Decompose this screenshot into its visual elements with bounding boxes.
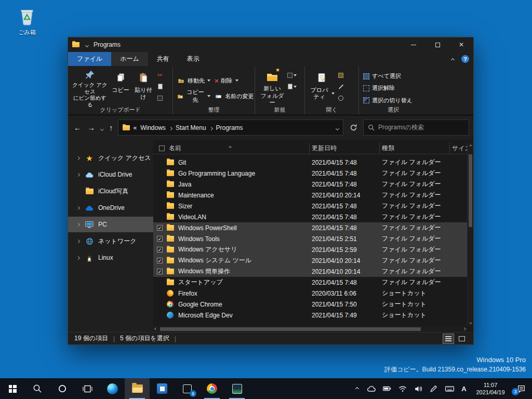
details-view-button[interactable]: [443, 334, 454, 343]
edit-button[interactable]: [336, 82, 345, 91]
search-input[interactable]: Programsの検索: [363, 119, 469, 136]
row-checkbox[interactable]: ✓: [157, 225, 163, 231]
taskbar-search-button[interactable]: [25, 378, 50, 399]
delete-button[interactable]: × 削除: [212, 74, 254, 87]
pin-to-quick-access-button[interactable]: クイック アクセス にピン留めする: [70, 69, 110, 107]
properties-button[interactable]: プロパティ: [307, 69, 336, 107]
row-checkbox[interactable]: ✓: [157, 258, 163, 263]
file-row[interactable]: Google Chrome2021/04/15 7:50ショートカット: [153, 299, 467, 310]
file-row[interactable]: ✓Windows 簡単操作2021/04/10 20:14ファイル フォルダー: [153, 266, 467, 277]
row-checkbox[interactable]: ✓: [157, 236, 163, 242]
cortana-button[interactable]: [50, 378, 75, 399]
scroll-right-icon[interactable]: [463, 327, 466, 330]
tab-view[interactable]: 表示: [178, 52, 208, 66]
action-center-button[interactable]: 3: [510, 378, 532, 399]
file-row[interactable]: Firefox2020/03/11 6:06ショートカット: [153, 288, 467, 299]
touch-keyboard-tray-button[interactable]: [442, 378, 457, 399]
thumbnails-view-button[interactable]: [457, 334, 467, 343]
breadcrumb-programs[interactable]: Programs: [216, 124, 243, 131]
file-row[interactable]: ✓Windows PowerShell2021/04/15 7:48ファイル フ…: [153, 222, 467, 233]
sidebar-item-network[interactable]: ネットワーク: [68, 233, 153, 249]
battery-tray-button[interactable]: [379, 378, 395, 399]
refresh-button[interactable]: [347, 124, 360, 131]
expander-icon[interactable]: [75, 223, 81, 226]
column-header-size[interactable]: サイズ: [449, 143, 467, 154]
breadcrumb-windows[interactable]: Windows: [140, 124, 166, 131]
task-view-button[interactable]: [75, 378, 100, 399]
file-row[interactable]: ✓Windows システム ツール2021/04/10 20:14ファイル フォ…: [153, 255, 467, 266]
vertical-scrollbar-thumb[interactable]: [469, 154, 472, 227]
file-row[interactable]: スタートアップ2021/04/15 7:48ファイル フォルダー: [153, 277, 467, 288]
history-button[interactable]: [336, 94, 345, 102]
easy-access-button[interactable]: [287, 82, 297, 91]
tab-home[interactable]: ホーム: [111, 52, 148, 66]
file-row[interactable]: Microsoft Edge Dev2021/04/15 7:49ショートカット: [153, 310, 467, 321]
sidebar-item-icloud-photos[interactable]: iCloud写真: [68, 183, 153, 199]
start-button[interactable]: [0, 378, 25, 399]
expander-icon[interactable]: [75, 157, 81, 159]
select-all-checkbox[interactable]: [159, 145, 165, 151]
file-row[interactable]: Maintenance2021/04/10 20:14ファイル フォルダー: [153, 190, 467, 201]
expander-icon[interactable]: [75, 257, 81, 259]
new-item-button[interactable]: [287, 71, 297, 79]
select-none-button[interactable]: 選択解除: [361, 82, 397, 94]
file-row[interactable]: Go Programming Language2021/04/15 7:48ファ…: [153, 168, 467, 179]
copy-path-button[interactable]: [155, 82, 165, 91]
tab-share[interactable]: 共有: [148, 52, 178, 66]
titlebar[interactable]: Programs ✕: [68, 37, 473, 52]
up-button[interactable]: ↑: [109, 123, 113, 132]
move-to-button[interactable]: 移動先: [175, 74, 212, 87]
column-header-name[interactable]: 名前: [167, 143, 309, 154]
cut-button[interactable]: ✂: [155, 71, 165, 79]
sidebar-item-pc[interactable]: PC: [68, 217, 153, 232]
file-row[interactable]: Java2021/04/15 7:48ファイル フォルダー: [153, 179, 467, 190]
pinned-blue-app-button[interactable]: [150, 378, 175, 399]
scroll-left-icon[interactable]: [154, 327, 157, 330]
forward-button[interactable]: →: [87, 123, 95, 132]
minimize-button[interactable]: [402, 37, 425, 52]
help-button[interactable]: ?: [461, 55, 469, 63]
new-folder-button[interactable]: ★ 新しい フォルダー: [257, 69, 287, 107]
chrome-button[interactable]: [200, 378, 224, 399]
windows-ink-tray-button[interactable]: [426, 378, 442, 399]
scroll-up-icon[interactable]: [468, 143, 473, 149]
row-checkbox[interactable]: ✓: [157, 269, 163, 274]
sidebar-item-quick-access[interactable]: ★ クイック アクセス: [68, 150, 153, 166]
close-button[interactable]: ✕: [449, 37, 473, 52]
quick-access-toolbar-caret-icon[interactable]: [86, 41, 88, 48]
horizontal-scrollbar-thumb[interactable]: [160, 327, 421, 331]
address-dropdown-icon[interactable]: [336, 124, 339, 131]
file-row[interactable]: ✓Windows Tools2021/04/15 2:51ファイル フォルダー: [153, 233, 467, 244]
copy-to-button[interactable]: コピー先: [175, 90, 212, 102]
expander-icon[interactable]: [75, 207, 81, 209]
sidebar-item-linux[interactable]: Linux: [68, 250, 153, 265]
maximize-button[interactable]: [425, 37, 449, 52]
running-app-button[interactable]: [224, 378, 249, 399]
back-button[interactable]: ←: [74, 123, 82, 132]
breadcrumb-overflow[interactable]: «: [134, 124, 137, 131]
horizontal-scrollbar[interactable]: [153, 326, 467, 332]
paste-button[interactable]: 貼り付け: [131, 69, 155, 107]
breadcrumb-start-menu[interactable]: Start Menu: [176, 124, 206, 131]
taskbar-clock[interactable]: 11:07 2021/04/19: [471, 378, 510, 399]
onedrive-tray-button[interactable]: [364, 378, 379, 399]
recent-locations-button[interactable]: [101, 123, 103, 132]
sidebar-item-icloud-drive[interactable]: iCloud Drive: [68, 167, 153, 182]
address-input[interactable]: « Windows Start Menu Programs: [118, 119, 344, 136]
open-button[interactable]: [336, 71, 345, 79]
paste-shortcut-button[interactable]: [155, 94, 165, 102]
rename-button[interactable]: 名前の変更: [212, 90, 256, 102]
expander-icon[interactable]: [75, 174, 81, 176]
file-explorer-button[interactable]: [125, 378, 150, 399]
app-with-badge-button[interactable]: 8: [175, 378, 200, 399]
scroll-down-icon[interactable]: [468, 320, 473, 326]
edge-button[interactable]: [100, 378, 125, 399]
tab-file[interactable]: ファイル: [68, 52, 111, 66]
hidden-icons-button[interactable]: [350, 378, 364, 399]
select-all-button[interactable]: すべて選択: [361, 70, 403, 82]
vertical-scrollbar[interactable]: [467, 143, 473, 326]
volume-tray-button[interactable]: [410, 378, 426, 399]
invert-selection-button[interactable]: 選択の切り替え: [361, 95, 415, 107]
row-checkbox[interactable]: ✓: [157, 247, 163, 252]
column-header-date[interactable]: 更新日時: [309, 143, 379, 154]
